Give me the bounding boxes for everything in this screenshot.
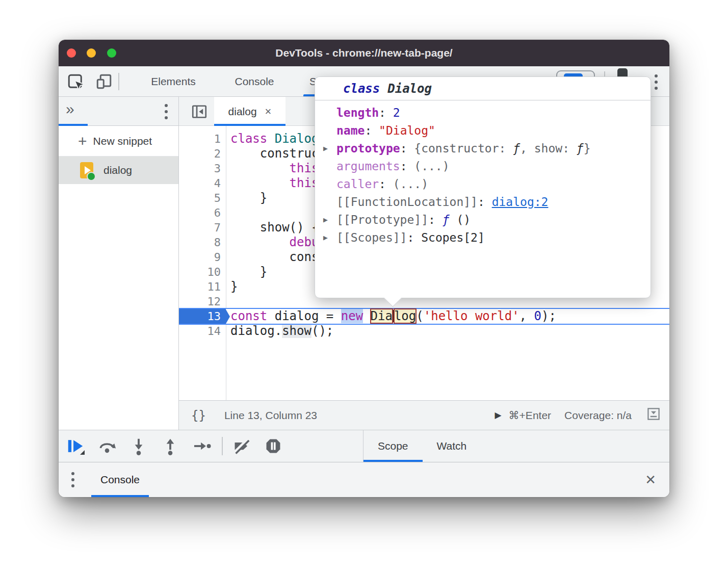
inspect-element-icon[interactable] (66, 72, 85, 91)
object-property-row[interactable]: ▶[[FunctionLocation]]: dialog:2 (315, 193, 651, 211)
expand-triangle-icon[interactable]: ▶ (323, 215, 336, 224)
coverage-status: Coverage: n/a (564, 409, 632, 422)
line-number[interactable]: 5 (179, 191, 226, 205)
code-token: Dia (371, 309, 393, 323)
step-button[interactable] (192, 436, 212, 456)
editor-tab-label: dialog (228, 106, 257, 118)
property-segment: caller (336, 177, 379, 191)
code-token: ( (416, 309, 423, 323)
deactivate-breakpoints-button[interactable] (232, 436, 251, 456)
drawer-menu-icon[interactable] (71, 471, 75, 488)
pretty-print-icon[interactable]: {} (191, 408, 206, 423)
editor-statusbar: {} Line 13, Column 23 ▶ ⌘+Enter Coverage… (179, 400, 669, 430)
close-drawer-icon[interactable]: ✕ (645, 472, 656, 488)
property-segment: ƒ (577, 142, 584, 155)
line-number[interactable]: 9 (179, 250, 226, 265)
code-token: 0 (534, 309, 541, 323)
new-snippet-button[interactable]: + New snippet (59, 126, 178, 157)
more-tabs-icon[interactable]: » (66, 100, 74, 118)
tab-elements-label: Elements (151, 75, 196, 87)
line-number[interactable]: 7 (179, 220, 226, 235)
line-number[interactable]: 6 (179, 205, 226, 220)
close-tab-icon[interactable]: × (265, 105, 272, 118)
function-location-link[interactable]: dialog:2 (492, 195, 549, 209)
line-number[interactable]: 10 (179, 265, 226, 279)
code-token (230, 161, 290, 175)
object-property-row[interactable]: ▶[[Prototype]]: ƒ () (315, 211, 651, 228)
run-snippet-icon[interactable]: ▶ (495, 410, 502, 421)
code-token: dialog. (230, 324, 282, 338)
debugger-toolbar-divider (222, 437, 223, 455)
console-drawer: Console ✕ (59, 462, 669, 497)
tab-console[interactable]: Console (223, 66, 286, 97)
object-property-row[interactable]: ▶arguments: (...) (315, 157, 651, 175)
property-segment: () (450, 213, 471, 226)
plus-icon: + (78, 134, 87, 149)
hide-navigator-icon[interactable] (190, 102, 209, 121)
sidebar-item-dialog[interactable]: dialog (59, 157, 178, 184)
new-snippet-label: New snippet (93, 135, 152, 147)
object-property-row[interactable]: ▶[[Scopes]]: Scopes[2] (315, 228, 651, 246)
snippet-file-icon (80, 162, 93, 178)
property-text: [[FunctionLocation]]: dialog:2 (336, 195, 548, 209)
snippets-tab-indicator (59, 124, 88, 126)
long-press-indicator (80, 450, 85, 455)
code-token: show() { (230, 220, 319, 235)
object-property-row[interactable]: ▶name: "Dialog" (315, 121, 651, 139)
property-text: caller: (...) (336, 177, 428, 191)
property-segment: ƒ (443, 213, 450, 226)
line-number[interactable]: 14 (179, 324, 226, 339)
step-over-button[interactable] (97, 436, 117, 456)
tab-scope[interactable]: Scope (363, 430, 423, 462)
code-token (267, 132, 274, 146)
code-token: (); (311, 324, 333, 338)
tab-elements[interactable]: Elements (140, 66, 206, 97)
titlebar[interactable]: DevTools - chrome://new-tab-page/ (59, 40, 669, 66)
line-number[interactable]: 2 (179, 146, 226, 161)
code-token (363, 309, 370, 323)
object-property-row[interactable]: ▶prototype: {constructor: ƒ, show: ƒ} (315, 139, 651, 157)
pause-on-exceptions-button[interactable] (264, 436, 283, 456)
property-segment: {constructor: (414, 142, 513, 155)
code-text: const dialog = new Dialog('hello world',… (226, 309, 669, 324)
property-segment: 2 (393, 106, 400, 119)
property-segment: [[FunctionLocation]] (336, 195, 478, 209)
tab-watch[interactable]: Watch (423, 430, 481, 462)
expand-triangle-icon[interactable]: ▶ (323, 144, 336, 153)
code-token: } (230, 191, 267, 205)
code-token: , (519, 309, 534, 323)
step-into-button[interactable] (129, 436, 148, 456)
navigator-sidebar: » + New snippet dialog (59, 97, 179, 430)
object-property-row[interactable]: ▶caller: (...) (315, 175, 651, 193)
property-segment: name (336, 124, 365, 137)
line-number[interactable]: 1 (179, 132, 226, 146)
object-property-row[interactable]: ▶length: 2 (315, 103, 651, 121)
popover-title: classDialog (315, 77, 651, 100)
code-token: show (282, 324, 311, 338)
code-token: log (394, 309, 416, 323)
dock-preview-icon[interactable] (646, 406, 661, 424)
line-number[interactable]: 12 (179, 294, 226, 309)
resume-script-button[interactable] (66, 436, 85, 456)
editor-tab-dialog[interactable]: dialog × (214, 97, 285, 126)
more-options-icon[interactable] (654, 73, 658, 91)
notification-icon[interactable] (617, 68, 628, 76)
tab-drawer-console[interactable]: Console (91, 462, 149, 497)
code-token: } (230, 265, 267, 279)
tab-active-indicator (91, 495, 149, 497)
tab-scope-label: Scope (378, 440, 408, 452)
navigator-menu-icon[interactable] (164, 103, 168, 120)
line-number[interactable]: 3 (179, 161, 226, 176)
property-segment: : (407, 231, 421, 244)
code-line[interactable]: 13const dialog = new Dialog('hello world… (179, 309, 669, 324)
window-title: DevTools - chrome://new-tab-page/ (59, 40, 669, 66)
debugger-toolbar: Scope Watch (59, 430, 669, 462)
code-line[interactable]: 14dialog.show(); (179, 324, 669, 339)
step-out-button[interactable] (161, 436, 180, 456)
line-number[interactable]: 8 (179, 235, 226, 250)
line-number[interactable]: 13 (179, 309, 226, 324)
toggle-device-toolbar-icon[interactable] (95, 72, 113, 91)
line-number[interactable]: 4 (179, 176, 226, 191)
expand-triangle-icon[interactable]: ▶ (323, 233, 336, 242)
line-number[interactable]: 11 (179, 279, 226, 294)
